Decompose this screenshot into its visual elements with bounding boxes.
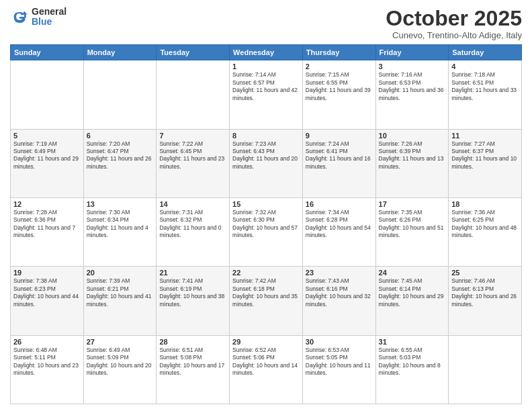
col-thursday: Thursday bbox=[302, 45, 375, 60]
day-info: Sunrise: 6:48 AM Sunset: 5:11 PM Dayligh… bbox=[13, 347, 81, 377]
day-number: 10 bbox=[379, 132, 446, 140]
day-info: Sunrise: 7:26 AM Sunset: 6:39 PM Dayligh… bbox=[379, 140, 446, 171]
day-number: 13 bbox=[87, 200, 154, 208]
calendar-cell: 18Sunrise: 7:36 AM Sunset: 6:25 PM Dayli… bbox=[449, 197, 522, 266]
day-number: 11 bbox=[451, 132, 519, 140]
calendar-cell: 13Sunrise: 7:30 AM Sunset: 6:34 PM Dayli… bbox=[83, 197, 157, 266]
week-row-4: 19Sunrise: 7:38 AM Sunset: 6:23 PM Dayli… bbox=[11, 267, 522, 335]
col-monday: Monday bbox=[83, 45, 157, 60]
calendar-cell: 14Sunrise: 7:31 AM Sunset: 6:32 PM Dayli… bbox=[157, 197, 230, 266]
calendar-table: Sunday Monday Tuesday Wednesday Thursday… bbox=[10, 44, 522, 404]
col-wednesday: Wednesday bbox=[230, 45, 303, 60]
calendar-cell: 16Sunrise: 7:34 AM Sunset: 6:28 PM Dayli… bbox=[302, 197, 375, 266]
day-info: Sunrise: 7:19 AM Sunset: 6:49 PM Dayligh… bbox=[13, 140, 81, 171]
day-info: Sunrise: 7:35 AM Sunset: 6:26 PM Dayligh… bbox=[379, 209, 446, 240]
day-number: 19 bbox=[13, 269, 81, 277]
calendar-cell: 9Sunrise: 7:24 AM Sunset: 6:41 PM Daylig… bbox=[302, 129, 375, 197]
header: General Blue October 2025 Cunevo, Trenti… bbox=[10, 7, 522, 40]
day-number: 14 bbox=[159, 200, 226, 208]
day-info: Sunrise: 6:55 AM Sunset: 5:03 PM Dayligh… bbox=[379, 347, 446, 377]
col-saturday: Saturday bbox=[449, 45, 522, 60]
logo: General Blue bbox=[10, 7, 66, 28]
calendar-cell: 26Sunrise: 6:48 AM Sunset: 5:11 PM Dayli… bbox=[11, 335, 84, 404]
calendar-cell: 11Sunrise: 7:27 AM Sunset: 6:37 PM Dayli… bbox=[449, 129, 522, 197]
day-number: 24 bbox=[379, 269, 446, 277]
calendar-cell: 7Sunrise: 7:22 AM Sunset: 6:45 PM Daylig… bbox=[157, 129, 230, 197]
calendar-cell: 22Sunrise: 7:42 AM Sunset: 6:18 PM Dayli… bbox=[230, 267, 303, 335]
col-tuesday: Tuesday bbox=[157, 45, 230, 60]
day-info: Sunrise: 7:31 AM Sunset: 6:32 PM Dayligh… bbox=[159, 209, 226, 240]
calendar-cell bbox=[157, 60, 230, 129]
day-info: Sunrise: 7:20 AM Sunset: 6:47 PM Dayligh… bbox=[87, 140, 154, 171]
calendar-cell: 1Sunrise: 7:14 AM Sunset: 6:57 PM Daylig… bbox=[230, 60, 303, 129]
day-number: 7 bbox=[159, 132, 226, 140]
day-number: 23 bbox=[306, 269, 373, 277]
day-number: 15 bbox=[232, 200, 300, 208]
calendar-cell: 5Sunrise: 7:19 AM Sunset: 6:49 PM Daylig… bbox=[11, 129, 84, 197]
day-number: 6 bbox=[87, 132, 154, 140]
day-info: Sunrise: 7:18 AM Sunset: 6:51 PM Dayligh… bbox=[451, 71, 519, 102]
calendar-cell bbox=[11, 60, 84, 129]
calendar-cell: 15Sunrise: 7:32 AM Sunset: 6:30 PM Dayli… bbox=[230, 197, 303, 266]
day-number: 29 bbox=[232, 338, 300, 346]
day-number: 20 bbox=[87, 269, 154, 277]
calendar-cell: 4Sunrise: 7:18 AM Sunset: 6:51 PM Daylig… bbox=[449, 60, 522, 129]
day-info: Sunrise: 7:34 AM Sunset: 6:28 PM Dayligh… bbox=[306, 209, 373, 240]
week-row-3: 12Sunrise: 7:28 AM Sunset: 6:36 PM Dayli… bbox=[11, 197, 522, 266]
day-number: 18 bbox=[451, 200, 519, 208]
logo-text: General Blue bbox=[32, 7, 66, 28]
day-info: Sunrise: 6:49 AM Sunset: 5:09 PM Dayligh… bbox=[87, 347, 154, 377]
day-number: 17 bbox=[379, 200, 446, 208]
day-number: 16 bbox=[306, 200, 373, 208]
day-number: 22 bbox=[232, 269, 300, 277]
day-number: 31 bbox=[379, 338, 446, 346]
day-info: Sunrise: 6:53 AM Sunset: 5:05 PM Dayligh… bbox=[306, 347, 373, 377]
day-info: Sunrise: 7:45 AM Sunset: 6:14 PM Dayligh… bbox=[379, 277, 446, 308]
day-info: Sunrise: 7:16 AM Sunset: 6:53 PM Dayligh… bbox=[379, 71, 446, 102]
calendar-cell: 30Sunrise: 6:53 AM Sunset: 5:05 PM Dayli… bbox=[302, 335, 375, 404]
day-info: Sunrise: 7:46 AM Sunset: 6:13 PM Dayligh… bbox=[451, 277, 519, 308]
day-number: 25 bbox=[451, 269, 519, 277]
day-info: Sunrise: 7:38 AM Sunset: 6:23 PM Dayligh… bbox=[13, 277, 81, 308]
week-row-5: 26Sunrise: 6:48 AM Sunset: 5:11 PM Dayli… bbox=[11, 335, 522, 404]
day-info: Sunrise: 7:32 AM Sunset: 6:30 PM Dayligh… bbox=[232, 209, 300, 240]
day-number: 12 bbox=[13, 200, 81, 208]
day-info: Sunrise: 7:41 AM Sunset: 6:19 PM Dayligh… bbox=[159, 277, 226, 308]
logo-blue-text: Blue bbox=[32, 17, 66, 27]
calendar-cell: 19Sunrise: 7:38 AM Sunset: 6:23 PM Dayli… bbox=[11, 267, 84, 335]
calendar-cell: 31Sunrise: 6:55 AM Sunset: 5:03 PM Dayli… bbox=[375, 335, 449, 404]
day-number: 5 bbox=[13, 132, 81, 140]
day-number: 27 bbox=[87, 338, 154, 346]
calendar-cell: 6Sunrise: 7:20 AM Sunset: 6:47 PM Daylig… bbox=[83, 129, 157, 197]
day-number: 21 bbox=[159, 269, 226, 277]
calendar-cell: 2Sunrise: 7:15 AM Sunset: 6:55 PM Daylig… bbox=[302, 60, 375, 129]
day-info: Sunrise: 7:14 AM Sunset: 6:57 PM Dayligh… bbox=[232, 71, 300, 102]
calendar-cell: 10Sunrise: 7:26 AM Sunset: 6:39 PM Dayli… bbox=[375, 129, 449, 197]
day-number: 8 bbox=[232, 132, 300, 140]
day-info: Sunrise: 7:15 AM Sunset: 6:55 PM Dayligh… bbox=[306, 71, 373, 102]
day-number: 4 bbox=[451, 62, 519, 71]
calendar-cell: 28Sunrise: 6:51 AM Sunset: 5:08 PM Dayli… bbox=[157, 335, 230, 404]
day-info: Sunrise: 7:43 AM Sunset: 6:16 PM Dayligh… bbox=[306, 277, 373, 308]
calendar-cell bbox=[449, 335, 522, 404]
day-info: Sunrise: 6:51 AM Sunset: 5:08 PM Dayligh… bbox=[159, 347, 226, 377]
title-block: October 2025 Cunevo, Trentino-Alto Adige… bbox=[386, 7, 522, 40]
header-row: Sunday Monday Tuesday Wednesday Thursday… bbox=[11, 45, 522, 60]
day-number: 1 bbox=[232, 62, 300, 71]
day-number: 28 bbox=[159, 338, 226, 346]
day-info: Sunrise: 7:24 AM Sunset: 6:41 PM Dayligh… bbox=[306, 140, 373, 171]
month-title: October 2025 bbox=[386, 7, 522, 30]
day-info: Sunrise: 7:27 AM Sunset: 6:37 PM Dayligh… bbox=[451, 140, 519, 171]
calendar-cell: 27Sunrise: 6:49 AM Sunset: 5:09 PM Dayli… bbox=[83, 335, 157, 404]
day-number: 2 bbox=[306, 62, 373, 71]
page: General Blue October 2025 Cunevo, Trenti… bbox=[0, 0, 532, 411]
day-info: Sunrise: 7:22 AM Sunset: 6:45 PM Dayligh… bbox=[159, 140, 226, 171]
calendar-cell: 3Sunrise: 7:16 AM Sunset: 6:53 PM Daylig… bbox=[375, 60, 449, 129]
day-info: Sunrise: 7:42 AM Sunset: 6:18 PM Dayligh… bbox=[232, 277, 300, 308]
day-info: Sunrise: 6:52 AM Sunset: 5:06 PM Dayligh… bbox=[232, 347, 300, 377]
calendar-cell: 24Sunrise: 7:45 AM Sunset: 6:14 PM Dayli… bbox=[375, 267, 449, 335]
week-row-1: 1Sunrise: 7:14 AM Sunset: 6:57 PM Daylig… bbox=[11, 60, 522, 129]
location-subtitle: Cunevo, Trentino-Alto Adige, Italy bbox=[386, 30, 522, 40]
calendar-cell: 12Sunrise: 7:28 AM Sunset: 6:36 PM Dayli… bbox=[11, 197, 84, 266]
day-number: 3 bbox=[379, 62, 446, 71]
